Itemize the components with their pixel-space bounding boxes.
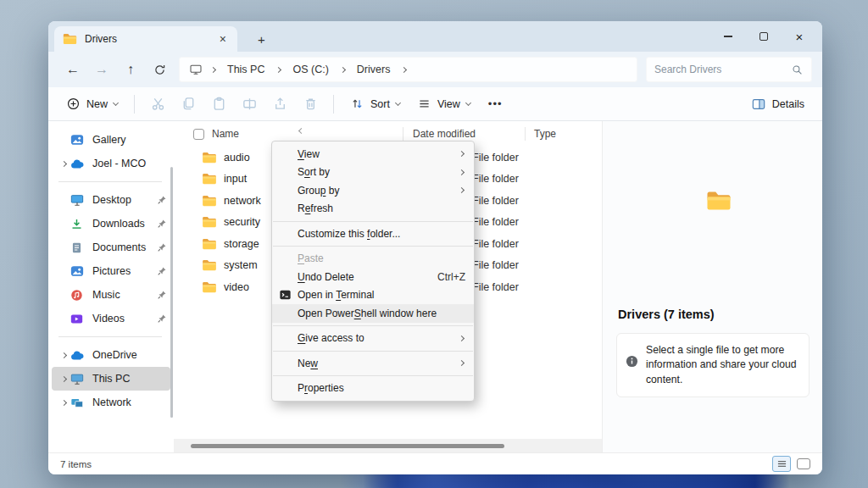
delete-button[interactable] [296, 92, 325, 117]
sidebar-item-gallery[interactable]: Gallery [52, 128, 170, 152]
tab-close-icon[interactable]: × [217, 33, 229, 45]
sidebar-item-onedrive[interactable]: OneDrive [52, 343, 170, 367]
column-header-date[interactable]: Date modified [413, 128, 476, 140]
menu-separator [273, 221, 473, 222]
details-pane-button[interactable]: Details [743, 92, 812, 116]
menu-item-sort-by[interactable]: Sort by [272, 164, 474, 182]
expand-chevron-icon[interactable] [60, 399, 66, 405]
sidebar-item-downloads[interactable]: Downloads [52, 212, 170, 236]
sidebar-scrollbar[interactable] [170, 167, 173, 418]
new-button-label: New [86, 98, 108, 110]
sidebar-item-documents[interactable]: Documents [52, 236, 170, 259]
minimize-icon [724, 36, 732, 37]
file-type: File folder [472, 216, 519, 228]
column-separator[interactable] [403, 127, 403, 141]
menu-item-new[interactable]: New [272, 354, 474, 373]
new-button[interactable]: New [58, 92, 125, 116]
rename-button[interactable] [235, 92, 264, 117]
chevron-down-icon [113, 99, 119, 105]
copy-button[interactable] [174, 92, 203, 117]
cut-button[interactable] [143, 92, 172, 117]
menu-item-undo-delete[interactable]: Undo Delete Ctrl+Z [272, 268, 474, 286]
sidebar-item-pictures[interactable]: Pictures [52, 259, 170, 283]
close-button[interactable]: × [782, 24, 817, 49]
breadcrumb[interactable]: This PC OS (C:) Drivers [179, 57, 637, 82]
sidebar-item-label: This PC [89, 373, 157, 385]
horizontal-scrollbar-track[interactable] [174, 439, 602, 452]
submenu-arrow-icon [459, 336, 465, 341]
column-header-name[interactable]: Name [212, 128, 239, 140]
menu-item-view[interactable]: View [272, 145, 474, 164]
paste-button[interactable] [204, 92, 233, 117]
file-type: File folder [472, 259, 519, 271]
menu-item-open-in-terminal[interactable]: Open in Terminal [272, 286, 474, 305]
menu-item-properties[interactable]: Properties [272, 380, 474, 398]
sort-button[interactable]: Sort [342, 92, 408, 116]
folder-icon [202, 173, 219, 185]
menu-item-group-by[interactable]: Group by [272, 181, 474, 200]
menu-shortcut: Ctrl+Z [437, 271, 465, 283]
sidebar-item-this-pc[interactable]: This PC [52, 367, 170, 391]
sidebar-item-network[interactable]: Network [52, 391, 170, 414]
sidebar-item-label: Desktop [89, 194, 157, 206]
folder-icon [202, 152, 219, 164]
details-info-card: Select a single file to get more informa… [616, 333, 810, 397]
new-tab-button[interactable]: + [253, 32, 270, 47]
expand-chevron-icon[interactable] [60, 160, 66, 166]
sidebar-item-label: Network [89, 396, 157, 408]
view-icon [417, 97, 431, 111]
sidebar-item-videos[interactable]: Videos [52, 307, 170, 330]
copy-icon [181, 96, 197, 112]
thumbnail-view-toggle[interactable] [797, 458, 810, 469]
view-button[interactable]: View [409, 92, 478, 116]
sort-icon [350, 97, 364, 111]
breadcrumb-this-pc[interactable]: This PC [224, 62, 268, 77]
maximize-button[interactable] [746, 24, 782, 49]
folder-icon [202, 281, 219, 293]
column-header-type[interactable]: Type [534, 128, 556, 140]
refresh-button[interactable] [145, 57, 174, 82]
pin-icon [157, 242, 170, 252]
breadcrumb-drivers[interactable]: Drivers [353, 62, 394, 77]
sidebar-item-desktop[interactable]: Desktop [52, 188, 170, 212]
sidebar-item-label: Music [89, 289, 157, 301]
horizontal-scrollbar-thumb[interactable] [191, 444, 504, 448]
sidebar-item-label: Joel - MCO [89, 158, 157, 169]
sidebar-item-music[interactable]: Music [52, 283, 170, 307]
column-separator[interactable] [525, 127, 526, 141]
menu-item-customize-folder[interactable]: Customize this folder... [272, 225, 474, 243]
pin-icon [157, 313, 170, 324]
menu-separator [273, 246, 473, 247]
details-info-text: Select a single file to get more informa… [646, 343, 798, 387]
sidebar-item-label: Gallery [89, 134, 157, 146]
menu-item-give-access-to[interactable]: Give access to [272, 330, 474, 348]
tab-drivers[interactable]: Drivers × [54, 26, 237, 52]
menu-item-paste[interactable]: Paste [272, 250, 474, 269]
share-button[interactable] [265, 92, 294, 117]
network-icon [70, 396, 89, 409]
rename-icon [242, 96, 258, 112]
expand-chevron-icon[interactable] [60, 375, 66, 381]
share-icon [272, 96, 288, 112]
more-options-button[interactable]: ••• [480, 97, 511, 110]
up-button[interactable]: ↑ [116, 57, 145, 82]
pin-icon [157, 266, 170, 276]
sidebar-divider [58, 181, 162, 182]
expand-chevron-icon[interactable] [60, 352, 66, 358]
search-input[interactable]: Search Drivers [646, 57, 812, 82]
sidebar-item-onedrive-account[interactable]: Joel - MCO [52, 152, 170, 175]
list-view-toggle[interactable] [772, 456, 791, 472]
chevron-down-icon [395, 99, 401, 105]
forward-button[interactable]: → [87, 57, 116, 82]
menu-item-open-powershell[interactable]: Open PowerShell window here [272, 304, 474, 323]
menu-item-refresh[interactable]: Refresh [272, 200, 474, 219]
minimize-button[interactable] [710, 24, 746, 49]
toolbar-divider [134, 95, 135, 114]
select-all-checkbox[interactable] [193, 129, 204, 140]
documents-icon [70, 241, 89, 254]
breadcrumb-os-c[interactable]: OS (C:) [289, 62, 331, 77]
paste-icon [211, 96, 227, 112]
submenu-arrow-icon [459, 187, 465, 193]
back-button[interactable]: ← [58, 57, 87, 82]
delete-icon [303, 96, 319, 112]
